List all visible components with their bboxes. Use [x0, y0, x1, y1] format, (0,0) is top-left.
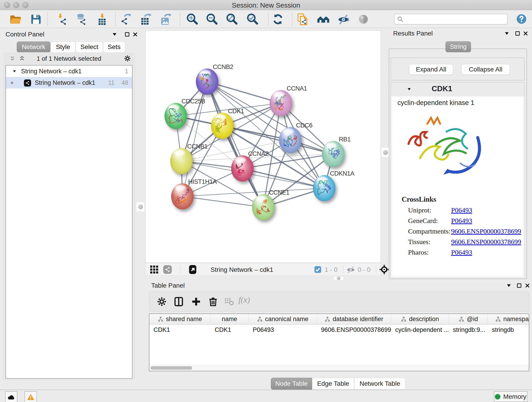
bottom-splitter-handle[interactable] [334, 276, 344, 281]
table-options-gear-icon[interactable] [157, 296, 167, 307]
toolbar-separator [268, 12, 268, 26]
network-view-canvas[interactable]: CCNB2 CCNA1 CDC25B CDK1 CDC6 RB1 CCNB1 C… [145, 31, 381, 263]
column-header-database-identifier[interactable]: database identifier [317, 314, 391, 324]
crosslink-row: Compartments: 9606.ENSP00000378699 [392, 227, 523, 238]
table-cell[interactable]: stringdb:9... [449, 325, 488, 335]
crosslink-link[interactable]: P06493 [451, 249, 472, 256]
table-cell[interactable]: stringdb [488, 325, 529, 335]
memory-button[interactable]: Memory [494, 391, 527, 402]
selected-elements-icon[interactable] [314, 265, 322, 274]
results-panel-float-icon[interactable] [515, 31, 520, 36]
tab-network-table[interactable]: Network Table [354, 378, 405, 390]
tab-select[interactable]: Select [76, 41, 103, 52]
cloud-status-button[interactable] [5, 391, 17, 402]
column-header-description[interactable]: description [391, 314, 449, 324]
network-node-CDK1[interactable]: CDK1 [211, 113, 234, 139]
tab-node-table[interactable]: Node Table [271, 378, 312, 390]
tab-string[interactable]: String [445, 41, 471, 52]
delete-column-icon[interactable] [208, 296, 218, 307]
results-panel-menu-icon[interactable] [504, 31, 510, 36]
network-node-CCNE1[interactable]: CCNE1 [252, 194, 274, 220]
right-splitter-handle[interactable] [381, 147, 390, 157]
network-overview-icon[interactable] [162, 264, 172, 274]
import-network-database-icon[interactable] [75, 13, 88, 26]
help-icon[interactable] [516, 13, 527, 25]
table-cell[interactable]: CDK1 [210, 325, 249, 335]
table-cell[interactable]: 9606.ENSP00000378699 [317, 325, 391, 335]
add-column-icon[interactable] [191, 296, 201, 307]
tab-style[interactable]: Style [51, 41, 76, 52]
table-panel-menu-icon[interactable] [506, 283, 512, 288]
network-options-gear-icon[interactable] [124, 55, 131, 62]
import-network-icon[interactable] [56, 13, 68, 26]
expand-all-button[interactable]: Expand All [409, 64, 453, 75]
export-table-icon[interactable] [140, 13, 152, 26]
open-session-icon[interactable] [9, 13, 22, 26]
string-protein-query-icon[interactable] [297, 13, 309, 26]
control-panel-close-icon[interactable] [133, 32, 138, 37]
zoom-fit-icon[interactable] [226, 13, 238, 26]
collection-expander-icon[interactable] [12, 69, 17, 73]
network-row-selected[interactable]: String Network – cdk1 11 48 [6, 77, 132, 89]
tab-sets[interactable]: Sets [103, 41, 125, 52]
hide-glass-icon[interactable] [337, 13, 350, 26]
network-node-CCNA2[interactable]: CCNA2 [231, 155, 254, 182]
table-panel-float-icon[interactable] [516, 283, 522, 288]
import-table-icon[interactable] [96, 13, 108, 26]
zoom-out-icon[interactable] [206, 13, 218, 26]
gene-name: CDK1 [432, 84, 452, 93]
warnings-button[interactable] [25, 391, 37, 402]
table-row[interactable]: CDK1CDK1P064939606.ENSP00000378699cyclin… [149, 325, 529, 335]
crosslink-link[interactable]: P06493 [451, 206, 472, 214]
results-panel-close-icon[interactable] [523, 31, 528, 36]
column-header-name[interactable]: name [210, 314, 249, 324]
show-grid-icon[interactable] [149, 264, 159, 274]
table-horizontal-scrollbar[interactable] [149, 365, 529, 371]
zoom-in-icon[interactable] [186, 13, 199, 26]
network-node-CCNB1[interactable]: CCNB1 [170, 148, 193, 174]
search-input[interactable] [405, 16, 507, 23]
scrollbar-thumb[interactable] [151, 366, 192, 370]
table-panel-close-icon[interactable] [525, 283, 530, 288]
hidden-elements-icon[interactable] [346, 265, 355, 274]
network-node-CDC6[interactable]: CDC6 [279, 127, 302, 153]
crosslink-link[interactable]: 9606.ENSP00000378699 [451, 238, 521, 246]
refresh-icon[interactable] [272, 13, 284, 26]
column-header-shared-name[interactable]: shared name [149, 314, 210, 324]
export-image-icon[interactable] [160, 13, 172, 26]
table-cell[interactable]: P06493 [249, 325, 317, 335]
show-columns-icon[interactable] [173, 296, 184, 307]
tab-edge-table[interactable]: Edge Table [312, 378, 354, 390]
crosslink-link[interactable]: P06493 [451, 217, 472, 225]
network-node-HIST1H1A[interactable]: HIST1H1A [171, 183, 194, 210]
crosslink-link[interactable]: 9606.ENSP00000378699 [451, 227, 521, 235]
export-network-icon[interactable] [120, 13, 132, 26]
column-header-canonical-name[interactable]: canonical name [249, 314, 317, 324]
network-node-count: 11 [108, 79, 114, 86]
compartments-icon[interactable] [317, 13, 329, 26]
left-splitter-handle[interactable] [136, 202, 145, 212]
table-cell[interactable]: CDK1 [149, 325, 210, 335]
gene-expander-icon[interactable] [407, 87, 412, 91]
network-node-CDC25B[interactable]: CDC25B [165, 103, 187, 129]
birds-eye-view-icon[interactable] [188, 264, 198, 274]
control-panel-menu-icon[interactable] [112, 32, 117, 37]
save-session-icon[interactable] [30, 13, 42, 26]
gene-section-header[interactable]: CDK1 [391, 82, 525, 96]
collapse-all-button[interactable]: Collapse All [461, 64, 510, 75]
network-node-CCNA1[interactable]: CCNA1 [270, 90, 292, 116]
network-node-CCNB2[interactable]: CCNB2 [196, 69, 218, 95]
column-header-namespace[interactable]: namespace [488, 314, 529, 324]
network-collection-row[interactable]: String Network – cdk1 1 [6, 65, 132, 77]
show-glass-icon[interactable] [357, 13, 370, 26]
column-header-id[interactable]: @id [449, 314, 488, 324]
network-node-RB1[interactable]: RB1 [322, 141, 344, 167]
table-cell[interactable]: cyclin-dependent ... [391, 325, 449, 335]
results-button-box: Expand All Collapse All [391, 57, 525, 80]
toolbar-separator [115, 12, 116, 26]
fit-selected-crosshair-icon[interactable] [379, 264, 389, 274]
control-panel-float-icon[interactable] [124, 32, 130, 37]
tab-network[interactable]: Network [17, 41, 51, 52]
network-node-CDKN1A[interactable]: CDKN1A [313, 175, 336, 201]
zoom-selected-icon[interactable] [247, 13, 259, 26]
